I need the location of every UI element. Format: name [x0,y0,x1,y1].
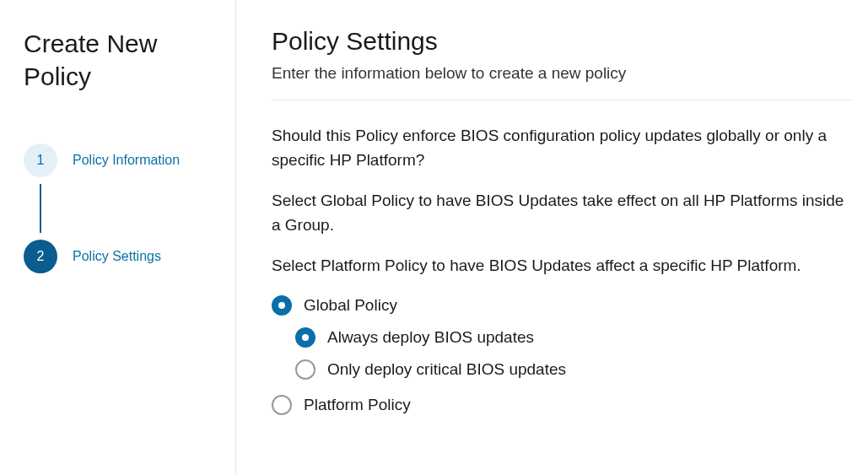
description-global: Select Global Policy to have BIOS Update… [272,189,851,237]
radio-icon [295,359,315,380]
page-subtitle: Enter the information below to create a … [272,64,851,83]
radio-icon [295,327,315,348]
description-platform: Select Platform Policy to have BIOS Upda… [272,254,851,278]
global-sub-options: Always deploy BIOS updates Only deploy c… [295,327,851,380]
step-label-2: Policy Settings [73,249,161,264]
radio-icon [272,295,292,316]
radio-label: Global Policy [304,296,397,315]
step-list: 1 Policy Information 2 Policy Settings [24,143,215,273]
step-number-2: 2 [24,240,57,273]
policy-type-radio-group: Global Policy Always deploy BIOS updates… [272,295,851,415]
step-connector [40,184,41,233]
description-question: Should this Policy enforce BIOS configur… [272,124,851,172]
step-policy-information[interactable]: 1 Policy Information [24,143,215,177]
step-label-1: Policy Information [73,153,180,168]
page-title: Policy Settings [272,27,851,56]
sidebar: Create New Policy 1 Policy Information 2… [0,0,236,475]
radio-global-policy[interactable]: Global Policy [272,295,851,316]
radio-label: Only deploy critical BIOS updates [327,360,566,379]
radio-platform-policy[interactable]: Platform Policy [272,395,851,415]
radio-critical-only[interactable]: Only deploy critical BIOS updates [295,359,851,380]
radio-icon [272,395,292,415]
main-content: Policy Settings Enter the information be… [236,0,868,475]
sidebar-title: Create New Policy [24,27,215,93]
radio-label: Platform Policy [304,396,411,414]
step-number-1: 1 [24,143,57,177]
radio-label: Always deploy BIOS updates [327,328,534,347]
step-policy-settings[interactable]: 2 Policy Settings [24,240,215,273]
divider [272,100,851,100]
radio-always-deploy[interactable]: Always deploy BIOS updates [295,327,851,348]
